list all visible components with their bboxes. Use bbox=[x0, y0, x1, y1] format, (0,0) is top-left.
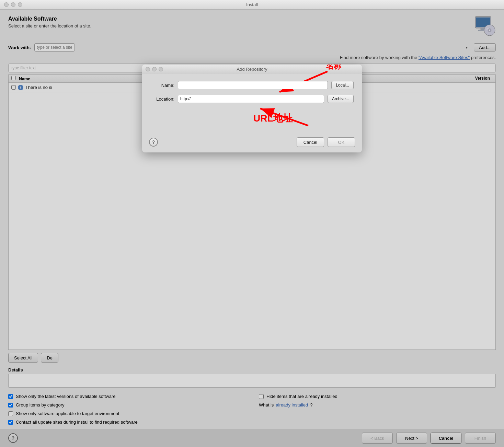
modal-ok-button[interactable]: OK bbox=[328, 137, 355, 147]
modal-close[interactable] bbox=[146, 67, 150, 71]
location-input[interactable] bbox=[178, 95, 324, 103]
traffic-lights bbox=[4, 2, 22, 7]
name-input[interactable] bbox=[178, 81, 328, 89]
annotation-name-label: 名称 bbox=[326, 65, 341, 70]
modal-footer: ? Cancel OK bbox=[142, 135, 362, 152]
main-window: Available Software Select a site or ente… bbox=[0, 10, 504, 447]
modal-title-bar: Add Repository 名称 bbox=[142, 65, 362, 74]
add-repository-dialog: Add Repository 名称 bbox=[142, 65, 362, 152]
modal-help-button[interactable]: ? bbox=[149, 138, 158, 147]
modal-overlay: Add Repository 名称 bbox=[0, 10, 504, 447]
window-title: Install bbox=[246, 2, 258, 7]
modal-traffic-lights bbox=[146, 67, 163, 71]
local-button[interactable]: Local... bbox=[331, 81, 354, 89]
modal-maximize[interactable] bbox=[159, 67, 163, 71]
modal-title: Add Repository bbox=[237, 67, 267, 72]
modal-action-buttons: Cancel OK bbox=[297, 137, 355, 147]
annotation-url-label: URL地址 bbox=[253, 112, 293, 125]
name-label: Name: bbox=[150, 83, 174, 88]
modal-minimize[interactable] bbox=[152, 67, 157, 71]
location-row: Location: Archive... bbox=[150, 95, 354, 103]
archive-button[interactable]: Archive... bbox=[328, 95, 354, 103]
minimize-button[interactable] bbox=[11, 2, 15, 7]
name-row: Name: Local... bbox=[150, 81, 354, 89]
close-button[interactable] bbox=[4, 2, 9, 7]
maximize-button[interactable] bbox=[18, 2, 22, 7]
location-label: Location: bbox=[150, 96, 174, 102]
title-bar: Install bbox=[0, 0, 504, 10]
modal-cancel-button[interactable]: Cancel bbox=[297, 137, 324, 147]
modal-body: Name: Local... Location: Archive... bbox=[142, 74, 362, 135]
